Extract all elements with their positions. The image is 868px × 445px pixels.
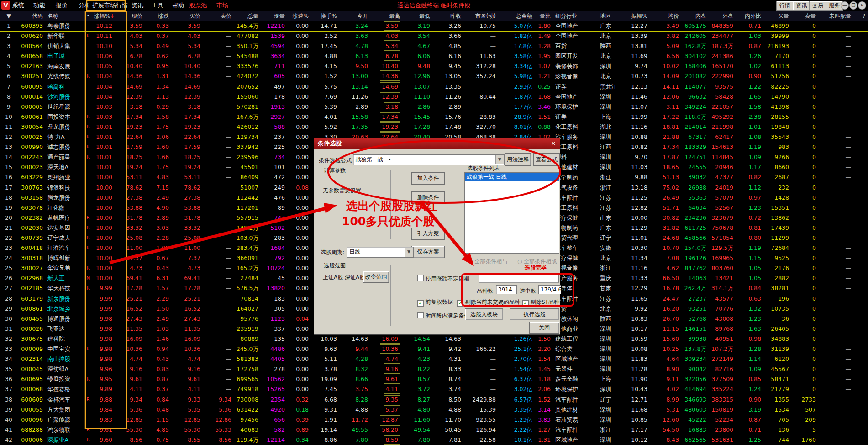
minimize-icon[interactable]: — xyxy=(841,1,849,10)
condition-list-item[interactable]: 战狼第一战 日线 xyxy=(465,173,559,181)
import-plan-button[interactable]: 引入方案 xyxy=(411,228,445,240)
selected-input[interactable]: 179/4.6% xyxy=(538,285,561,294)
run-select-button[interactable]: 执行选股 xyxy=(510,308,559,320)
condition-listbox[interactable]: 战狼第一战 日线 xyxy=(464,172,559,254)
table-row[interactable]: 10600061国投资本R10.0317.341.5817.34—167.6万2… xyxy=(0,112,868,122)
dialog-title[interactable]: 条件选股 xyxy=(314,138,560,149)
view-formula-button[interactable]: 查看公式 xyxy=(533,153,560,166)
column-header-17[interactable]: 昨收 xyxy=(433,11,464,21)
menu-item-4[interactable]: 分析 xyxy=(78,0,91,11)
usage-note-button[interactable]: 用法注释 xyxy=(505,153,531,166)
table-row[interactable]: 7600095哈高科10.0414.691.3414.69—2076524970… xyxy=(0,82,868,92)
table-row[interactable]: 32300675建科院9.9816.091.4616.09—808891350.… xyxy=(0,334,868,344)
column-header-8[interactable]: 买价 xyxy=(172,11,203,21)
table-row[interactable]: 40000096广聚能源9.8312.851.1512.8512.8697456… xyxy=(0,415,868,425)
menu-item-10[interactable]: 市场 xyxy=(216,0,229,11)
close-dialog-button[interactable]: 关闭 xyxy=(529,322,559,334)
add-condition-button[interactable]: 加入条件 xyxy=(411,172,445,185)
column-header-20[interactable]: 量比 xyxy=(535,11,553,21)
table-row[interactable]: 35000045深纺织A9.969.160.839.16—1727582780.… xyxy=(0,364,868,374)
table-row[interactable]: 42000006深振业AR9.608.560.758.558.56119.4万1… xyxy=(0,435,868,445)
column-header-26[interactable]: 外盘 xyxy=(709,11,736,21)
menu-item-3[interactable]: 报价 xyxy=(55,0,68,11)
chevron-down-icon[interactable]: ▼ xyxy=(405,248,413,257)
chevron-down-icon[interactable]: ▼ xyxy=(495,155,504,164)
topbar-button-2[interactable]: 资讯 xyxy=(793,1,810,11)
dialog-close-icon[interactable]: ✕ xyxy=(550,140,557,147)
table-row[interactable]: 37000068华控赛格9.894.110.374.11—74991815265… xyxy=(0,384,868,394)
table-row[interactable]: 38600609金杯汽车R9.889.340.849.339.347300082… xyxy=(0,395,868,405)
table-row[interactable]: 3000564供销大集10.105.340.495.34—350.1万45940… xyxy=(0,41,868,51)
column-header-6[interactable]: 现价 xyxy=(115,11,145,21)
menu-item-8[interactable]: 帮助 xyxy=(171,0,185,11)
column-header-25[interactable]: 内盘 xyxy=(682,11,709,21)
column-header-31[interactable]: ? xyxy=(854,11,868,21)
column-header-3[interactable]: 名称 xyxy=(46,11,84,21)
menu-item-2[interactable]: 功能 xyxy=(32,0,46,11)
checkbox-remove-untraded[interactable]: ✓剔除当前未交易的品种 xyxy=(457,298,520,307)
column-header-27[interactable]: 内外比 xyxy=(736,11,764,21)
column-header-4[interactable]: • xyxy=(85,11,91,21)
table-row[interactable]: 33000009中国宝安R9.9810.360.9410.36—245.0万44… xyxy=(0,344,868,354)
column-header-10[interactable]: 总量 xyxy=(234,11,261,21)
table-row[interactable]: 5002163海南发展10.0510.400.9510.40—333576711… xyxy=(0,61,868,71)
menu-item-6[interactable]: 资讯 xyxy=(131,0,144,11)
table-row[interactable]: 8000014沙河股份10.0412.391.1312.39—155060178… xyxy=(0,92,868,102)
column-header-28[interactable]: 买量 xyxy=(764,11,792,21)
change-range-button[interactable]: 改变范围 xyxy=(363,271,389,283)
checkbox-remove-st[interactable]: ✓剔除ST品种 xyxy=(522,298,559,307)
period-combobox[interactable]: 日线 ▼ xyxy=(347,247,414,258)
table-row[interactable]: 36600695绿庭投资R9.959.610.879.61—6995651056… xyxy=(0,374,868,384)
table-row[interactable]: 41688288鸿泉物联R9.6155.304.8555.3055.334068… xyxy=(0,425,868,435)
table-row[interactable]: 11300054鼎龙股份R10.0119.231.7519.23—4260125… xyxy=(0,122,868,132)
column-header-9[interactable]: 卖价 xyxy=(203,11,234,21)
column-header-7[interactable]: 涨跌 xyxy=(145,11,172,21)
column-header-18[interactable]: 市盈(动) xyxy=(464,11,499,21)
column-header-23[interactable]: 振幅% xyxy=(621,11,650,21)
restore-icon[interactable]: ❐ xyxy=(849,1,857,10)
table-row[interactable]: 34002314南山控股9.984.740.434.74—58138344050… xyxy=(0,354,868,364)
table-header-row[interactable]: ▼代码名称•涨幅%↓现价涨跌买价卖价总量现量涨速%换手%今开最高最低昨收市盈(动… xyxy=(0,11,868,21)
column-header-12[interactable]: 涨速% xyxy=(288,11,311,21)
table-row[interactable]: 6300251光线传媒R10.0414.361.3114.36—42407260… xyxy=(0,71,868,81)
updown-input[interactable] xyxy=(479,274,559,283)
topbar-button-3[interactable]: 交易 xyxy=(809,1,826,11)
column-header-22[interactable]: 地区 xyxy=(598,11,620,21)
cell-名称: 深振业A xyxy=(46,435,84,445)
column-header-21[interactable]: 细分行业 xyxy=(553,11,597,21)
column-header-16[interactable]: 最低 xyxy=(403,11,433,21)
checkbox-updown-period[interactable]: 使用涨跌不定周期 xyxy=(417,275,469,283)
table-row[interactable]: 1600393粤泰股份10.123.590.333.59—145.4万12210… xyxy=(0,21,868,32)
column-header-15[interactable]: 最高 xyxy=(371,11,403,21)
menu-item-9[interactable]: 股票池 xyxy=(188,0,208,11)
column-header-11[interactable]: 现量 xyxy=(261,11,288,21)
table-row[interactable]: 2000620新华联R10.114.030.374.03—47708215390… xyxy=(0,31,868,41)
cell-最低: 11.60 xyxy=(403,415,433,425)
column-header-29[interactable]: 卖量 xyxy=(792,11,819,21)
menu-item-5[interactable]: 扩展市场行情 xyxy=(91,0,129,11)
column-header-1[interactable]: ▼ xyxy=(0,11,17,21)
delete-condition-button[interactable]: 删除条件 xyxy=(411,191,445,204)
column-header-24[interactable]: 均价 xyxy=(650,11,682,21)
close-icon[interactable]: ✕ xyxy=(858,1,866,10)
save-plan-button[interactable]: 保存方案 xyxy=(411,246,445,258)
topbar-button-1[interactable]: 行情 xyxy=(776,1,794,11)
checkbox-time-range[interactable]: 时间段内满足条件 xyxy=(417,312,469,320)
column-header-5[interactable]: 涨幅%↓ xyxy=(94,11,115,21)
count-input[interactable]: 3914 xyxy=(496,285,517,294)
column-header-13[interactable]: 换手% xyxy=(311,11,340,21)
column-header-19[interactable]: 总金额 xyxy=(499,11,535,21)
table-row[interactable]: 9000005世纪星源10.033.180.293.18—57028119130… xyxy=(0,102,868,112)
checkbox-forward-adjust[interactable]: ✓前复权数据 xyxy=(417,298,453,307)
menu-item-7[interactable]: 工具 xyxy=(151,0,164,11)
column-header-30[interactable]: 未匹配量 xyxy=(819,11,854,21)
radio-all-and[interactable]: ◉ 全部条件相与 xyxy=(468,258,507,265)
select-to-block-button[interactable]: 选股入板块 xyxy=(465,308,503,320)
table-row[interactable]: 4600658电子城10.066.780.626.78—54548836340.… xyxy=(0,51,868,61)
dialog-minimize-icon[interactable]: — xyxy=(540,140,547,147)
column-header-2[interactable]: 代码 xyxy=(20,11,46,21)
column-header-14[interactable]: 今开 xyxy=(340,11,371,21)
table-row[interactable]: 39000055方大集团9.845.360.485.355.3663142249… xyxy=(0,405,868,415)
formula-combobox[interactable]: 战狼第一战 - ▼ xyxy=(353,154,505,165)
menu-item-1[interactable]: 系统 xyxy=(11,0,25,11)
